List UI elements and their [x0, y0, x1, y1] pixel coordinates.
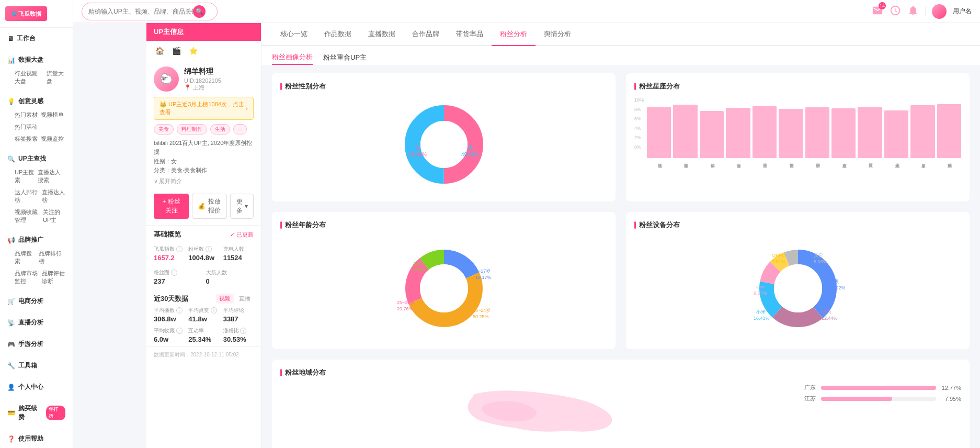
age-donut-container: 0~17岁 18.17% 18~24岁 50.25% 25~30岁 20.76%…: [280, 236, 607, 341]
zodiac-bar: [910, 105, 935, 158]
tag-more[interactable]: ...: [233, 124, 247, 135]
recent-section: 近30天数据 视频 直播 平均播数 i 306.8w 平均点赞: [146, 290, 261, 346]
tab-products[interactable]: 带货率品: [448, 23, 492, 46]
gender-donut-svg: 女 50.06% 男 49.94%: [397, 97, 491, 192]
stats-grid-bottom: 粉丝圈 i 237 大航人数 0: [146, 267, 261, 287]
sidebar-item-video-collection[interactable]: 视频收藏管理: [15, 208, 40, 224]
zodiac-bar-col: 金牛座: [726, 108, 750, 160]
sidebar-section-creative: 💡 创意灵感 热门素材 视频榜单 热门活动 标签搜索 视频监控: [0, 91, 73, 148]
avg-like-label: 平均点赞 i: [188, 307, 219, 314]
female-label: 女: [415, 144, 420, 151]
sidebar-item-ecommerce[interactable]: 🛒 电商分析: [0, 294, 73, 309]
charts-row-2: 粉丝年龄分布 0~17: [272, 212, 970, 349]
sidebar-item-live[interactable]: 📡 直播分析: [0, 315, 73, 330]
nav-portrait[interactable]: 粉丝画像分析: [272, 52, 313, 65]
clock-icon-wrap[interactable]: [890, 5, 901, 18]
sidebar-item-datadash[interactable]: 📊 数据大盘: [0, 52, 73, 68]
sidebar-item-influencer-rank[interactable]: 达人邦行榜: [15, 188, 39, 204]
tab-core[interactable]: 核心一览: [272, 23, 316, 46]
sidebar-item-workbench[interactable]: 🖥 工作台: [0, 31, 73, 46]
recent-stats-bottom: 平均收藏 i 6.0w 互动率 25.34% 涨粉比 i 30.53%: [154, 327, 254, 343]
sidebar-item-brand-monitor[interactable]: 品牌市场监控: [15, 270, 39, 285]
growth-label: 涨粉比 i: [223, 327, 254, 334]
recent-stats-top: 平均播数 i 306.8w 平均点赞 i 41.8w 平均评论 3387: [154, 307, 254, 323]
up-info-title: UP主信息: [154, 28, 184, 36]
sidebar-item-brand-rank[interactable]: 品牌排行榜: [39, 250, 65, 265]
sidebar-item-live-search[interactable]: 直播达人搜索: [38, 169, 65, 184]
tab-live[interactable]: 直播数据: [360, 23, 404, 46]
stat-growth: 涨粉比 i 30.53%: [223, 327, 254, 343]
sidebar-item-profile[interactable]: 👤 个人中心: [0, 379, 73, 395]
creative-sub1: 热门素材 视频榜单: [0, 109, 73, 121]
sidebar-item-hot-material[interactable]: 热门素材: [15, 111, 38, 119]
updated-badge: ✓ 已更新: [230, 231, 254, 239]
age-25-30-pct: 20.76%: [397, 306, 413, 311]
film-action-icon[interactable]: 🎬: [170, 45, 182, 57]
sidebar-item-purchase[interactable]: 💳 购买续费 年打折: [0, 401, 73, 425]
y-0: 0%: [634, 144, 644, 150]
search-button[interactable]: 🔍: [193, 5, 206, 18]
stat-interaction: 互动率 25.34%: [188, 327, 219, 343]
age-chart-card: 粉丝年龄分布 0~17: [272, 212, 616, 349]
bell-icon-wrap[interactable]: [907, 5, 919, 18]
fans-circle-info[interactable]: i: [171, 270, 177, 276]
avg-share-info[interactable]: i: [176, 328, 183, 334]
zodiac-chart-card: 粉丝星座分布 10% 8% 6% 4% 2% 0% 水瓶座双鱼座日羊座金牛座双: [626, 73, 970, 201]
growth-info[interactable]: i: [240, 328, 246, 334]
stat-avg-share: 平均收藏 i 6.0w: [154, 327, 184, 343]
sidebar-section-profile: 👤 个人中心: [0, 376, 73, 398]
stat-avg-play: 平均播数 i 306.8w: [154, 307, 184, 323]
fans-count-info[interactable]: i: [206, 246, 212, 252]
sidebar-item-up-search-item[interactable]: UP主搜索: [15, 169, 35, 184]
avg-share-value: 6.0w: [154, 335, 184, 343]
sidebar-item-following[interactable]: 关注的UP主: [43, 208, 65, 224]
follow-button[interactable]: + 粉丝关注: [154, 194, 189, 219]
zodiac-bar: [937, 104, 961, 158]
more-button[interactable]: 更多 ▾: [230, 194, 254, 219]
avg-play-info[interactable]: i: [176, 307, 183, 313]
nav-overlap[interactable]: 粉丝重合UP主: [323, 53, 367, 64]
user-avatar[interactable]: [932, 4, 947, 19]
gender-donut-container: 女 50.06% 男 49.94%: [280, 97, 607, 193]
sidebar-item-help[interactable]: ❓ 使用帮助: [0, 431, 73, 446]
sidebar-item-game[interactable]: 🎮 手游分析: [0, 337, 73, 352]
sidebar-section-datadash: 📊 数据大盘 行业视频大盘 流量大盘: [0, 49, 73, 91]
mail-icon-wrap[interactable]: 14: [872, 5, 883, 18]
province-jiangsu-bar-wrap: [821, 397, 936, 401]
age-0-17-label: 0~17岁: [475, 268, 491, 274]
tab-live[interactable]: 直播: [236, 294, 254, 304]
fans-index-info[interactable]: i: [176, 246, 183, 252]
show-more-btn[interactable]: ∨展开简介: [146, 177, 261, 189]
up-promo[interactable]: 👑 UP主近3月上榜1084次，点击查看 ›: [154, 97, 254, 120]
tab-works[interactable]: 作品数据: [316, 23, 360, 46]
quote-button[interactable]: 💰 投放报价: [192, 194, 227, 219]
big-fans-value: 0: [206, 277, 254, 285]
province-guangdong-bar-wrap: [821, 386, 936, 390]
sidebar-item-industry[interactable]: 行业视频大盘: [15, 70, 43, 85]
tab-video[interactable]: 视频: [216, 294, 234, 304]
sidebar-item-brand-eval[interactable]: 品牌评估诊断: [42, 270, 66, 285]
avg-play-label: 平均播数 i: [154, 307, 184, 314]
search-input[interactable]: [88, 8, 193, 15]
charts-area: 粉丝性别分布 女 50.06: [261, 65, 980, 448]
sidebar-item-hot-activity[interactable]: 热门活动: [15, 123, 38, 131]
topbar-right: 14 用户名: [872, 4, 972, 19]
device-donut-hole: [774, 264, 822, 312]
sidebar-item-live-rank[interactable]: 直播达人榜: [42, 188, 66, 204]
sidebar-item-tools[interactable]: 🔧 工具箱: [0, 358, 73, 373]
sidebar-item-creative[interactable]: 💡 创意灵感: [0, 94, 73, 109]
star-action-icon[interactable]: ⭐: [187, 45, 199, 57]
tab-fans[interactable]: 粉丝分析: [492, 23, 535, 46]
sidebar-item-video-monitor[interactable]: 视频监控: [41, 135, 64, 143]
avg-like-info[interactable]: i: [211, 307, 217, 313]
sidebar-item-tag-search[interactable]: 标签搜索: [15, 135, 38, 143]
sidebar-item-brand[interactable]: 📢 品牌推广: [0, 232, 73, 248]
sidebar-item-brand-search[interactable]: 品牌搜索: [15, 250, 36, 265]
sidebar-item-traffic[interactable]: 流量大盘: [47, 70, 65, 85]
tab-brands[interactable]: 合作品牌: [404, 23, 448, 46]
age-chart-title: 粉丝年龄分布: [280, 220, 607, 230]
tab-sentiment[interactable]: 舆情分析: [535, 23, 579, 46]
home-action-icon[interactable]: 🏠: [154, 45, 165, 57]
sidebar-item-video-rank[interactable]: 视频榜单: [41, 111, 64, 119]
sidebar-item-up-search[interactable]: 🔍 UP主查找: [0, 151, 73, 166]
